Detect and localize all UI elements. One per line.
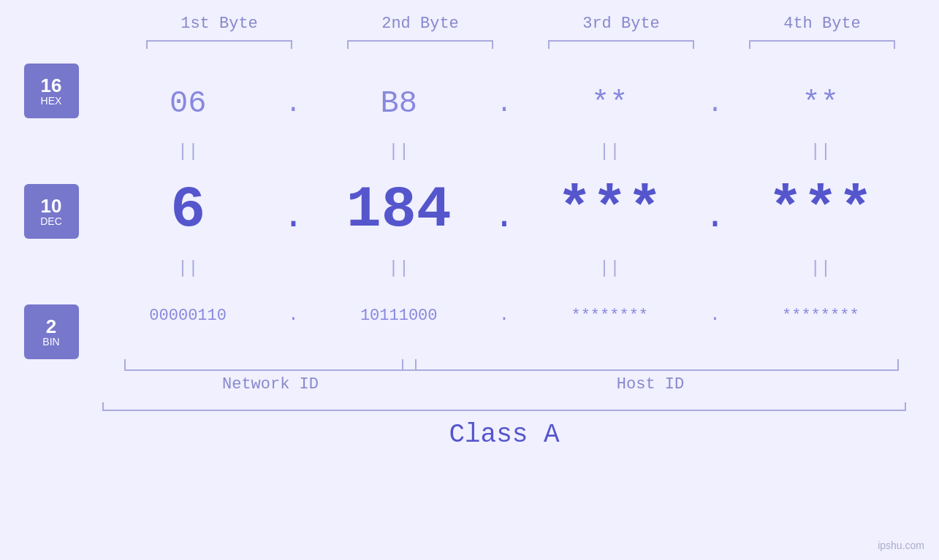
- bin-dot2: .: [490, 307, 519, 324]
- host-id-label: Host ID: [617, 375, 684, 394]
- hex-byte4: **: [740, 86, 901, 121]
- dec-badge: 10 DEC: [24, 184, 79, 239]
- col-header-2: 2nd Byte: [340, 15, 501, 33]
- hex-byte1: 06: [107, 86, 268, 121]
- bin-byte1: 00000110: [107, 307, 268, 325]
- dec-byte3: ***: [529, 177, 690, 243]
- bin-byte4: ********: [740, 307, 901, 325]
- bottom-brackets-wrapper: Network ID Host ID: [102, 359, 906, 394]
- hex-badge-text: HEX: [41, 95, 62, 107]
- dec-dot1: .: [278, 199, 308, 235]
- hex-byte3: **: [529, 86, 690, 121]
- bin-byte2: 10111000: [319, 307, 479, 325]
- eq1-b3: ||: [529, 142, 690, 161]
- network-bracket: [124, 359, 417, 371]
- eq2-b1: ||: [107, 258, 268, 278]
- headers-row: 1st Byte 2nd Byte 3rd Byte 4th Byte: [119, 15, 923, 33]
- dec-badge-text: DEC: [40, 215, 62, 227]
- dec-dot2: .: [490, 199, 519, 235]
- hex-byte2: B8: [319, 86, 479, 121]
- hex-dot2: .: [490, 89, 519, 119]
- bin-badge-text: BIN: [42, 336, 59, 348]
- eq1-b2: ||: [319, 142, 479, 161]
- bin-dot3: .: [701, 307, 730, 324]
- eq2-b2: ||: [319, 258, 479, 278]
- main-container: 1st Byte 2nd Byte 3rd Byte 4th Byte 16 H…: [0, 0, 939, 560]
- col-header-1: 1st Byte: [139, 15, 300, 33]
- equals-row-1: || || || ||: [102, 137, 906, 166]
- dec-byte4: ***: [740, 177, 901, 243]
- watermark: ipshu.com: [878, 540, 924, 551]
- eq2-b3: ||: [529, 258, 690, 278]
- label-column: 16 HEX 10 DEC 2 BIN: [0, 64, 102, 359]
- data-section: 06 . B8 . ** . ** || || || || 6 .: [102, 64, 906, 450]
- dec-dot3: .: [701, 199, 730, 235]
- bin-badge: 2 BIN: [24, 304, 79, 359]
- col-header-3: 3rd Byte: [541, 15, 702, 33]
- col-header-4: 4th Byte: [742, 15, 902, 33]
- dec-badge-num: 10: [41, 196, 62, 215]
- bracket-2: [347, 40, 493, 49]
- overall-bottom-bracket: [102, 402, 906, 411]
- bracket-4: [749, 40, 895, 49]
- network-bracket-group: Network ID: [102, 359, 438, 394]
- equals-row-2: || || || ||: [102, 253, 906, 283]
- network-id-label: Network ID: [222, 375, 319, 394]
- bracket-3: [548, 40, 694, 49]
- bin-byte3: ********: [529, 307, 690, 325]
- bracket-1: [146, 40, 292, 49]
- bin-data-row: 00000110 . 10111000 . ******** . *******…: [102, 283, 906, 348]
- host-bracket-group: Host ID: [395, 359, 906, 394]
- host-bracket: [402, 359, 899, 371]
- hex-badge: 16 HEX: [24, 64, 79, 118]
- hex-badge-num: 16: [41, 76, 62, 95]
- content-area: 16 HEX 10 DEC 2 BIN 06 . B8 . ** . **: [0, 64, 939, 450]
- class-label: Class A: [102, 420, 906, 450]
- bin-dot1: .: [278, 307, 308, 324]
- eq1-b1: ||: [107, 142, 268, 161]
- hex-dot1: .: [278, 89, 308, 119]
- dec-byte1: 6: [107, 177, 268, 243]
- dec-data-row: 6 . 184 . *** . ***: [102, 166, 906, 253]
- dec-byte2: 184: [319, 177, 479, 243]
- eq2-b4: ||: [740, 258, 901, 278]
- hex-data-row: 06 . B8 . ** . **: [102, 71, 906, 137]
- hex-dot3: .: [701, 89, 730, 119]
- eq1-b4: ||: [740, 142, 901, 161]
- bin-badge-num: 2: [46, 317, 56, 336]
- top-brackets: [119, 40, 923, 49]
